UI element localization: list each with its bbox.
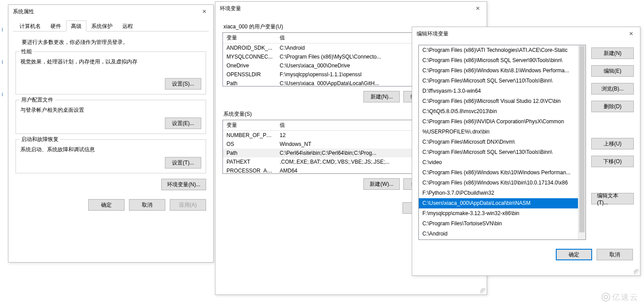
cancel-button[interactable]: 取消 xyxy=(129,199,165,211)
system-properties-title: 系统属性 xyxy=(13,8,34,16)
environment-variables-button[interactable]: 环境变量(N)... xyxy=(161,179,206,190)
path-entry[interactable]: C:\Qt\Qt5.8.0\5.8\msvc2013\bin xyxy=(419,106,585,117)
edit-entry-button[interactable]: 编辑(E) xyxy=(591,65,634,77)
system-properties-tabs: 计算机名 硬件 高级 系统保护 远程 xyxy=(13,20,209,31)
path-entry[interactable]: %USERPROFILE%\.dnx\bin xyxy=(419,127,585,137)
move-up-button[interactable]: 上移(U) xyxy=(591,138,634,149)
group-performance-legend: 性能 xyxy=(20,48,34,55)
group-startup-desc: 系统启动、系统故障和调试信息 xyxy=(20,146,201,153)
edit-side-buttons: 新建(N) 编辑(E) 浏览(B)... 删除(D) 上移(U) 下移(O) 编… xyxy=(591,45,634,240)
path-entry[interactable]: C:\Program Files\Microsoft DNX\Dnvm\ xyxy=(419,137,585,147)
edit-footer: 确定 取消 xyxy=(412,244,640,267)
system-properties-titlebar: 系统属性 ✕ xyxy=(8,5,213,18)
path-entry[interactable]: C:\Program Files (x86)\NVIDIA Corporatio… xyxy=(419,117,585,127)
new-user-var-button[interactable]: 新建(N)... xyxy=(363,91,400,102)
group-startup: 启动和故障恢复 系统启动、系统故障和调试信息 设置(T)... xyxy=(16,139,206,173)
path-entry[interactable]: C:\Program Files (x86)\ATI Technologies\… xyxy=(419,45,585,55)
close-icon[interactable]: ✕ xyxy=(472,4,484,13)
path-entry[interactable]: C:\Program Files (x86)\Windows Kits\8.1\… xyxy=(419,66,585,76)
tab-computer-name[interactable]: 计算机名 xyxy=(15,20,46,31)
path-entry[interactable]: C:\Users\xiaca_000\AppData\Local\bin\NAS… xyxy=(419,198,585,208)
browse-button[interactable]: 浏览(B)... xyxy=(591,83,634,94)
edit-titlebar: 编辑环境变量 ✕ xyxy=(412,27,640,40)
group-user-profiles: 用户配置文件 与登录帐户相关的桌面设置 设置(E)... xyxy=(16,100,206,134)
watermark: 亿速云 xyxy=(601,292,639,302)
group-profiles-legend: 用户配置文件 xyxy=(20,96,55,104)
path-entry[interactable]: C:\Program Files (x86)\Microsoft SQL Ser… xyxy=(419,55,585,66)
edit-environment-variable-dialog: 编辑环境变量 ✕ C:\Program Files (x86)\ATI Tech… xyxy=(412,27,640,276)
new-entry-button[interactable]: 新建(N) xyxy=(591,47,634,59)
path-entry[interactable]: C:\Program Files (x86)\Windows Kits\10\W… xyxy=(419,168,585,178)
left-cropped-glyphs: iii xyxy=(0,27,6,98)
path-entry[interactable]: C:\Windows\System32 xyxy=(419,239,585,239)
col-variable[interactable]: 变量 xyxy=(223,33,276,43)
resize-grip[interactable] xyxy=(634,269,639,275)
env-titlebar: 环境变量 ✕ xyxy=(215,2,487,15)
group-profiles-desc: 与登录帐户相关的桌面设置 xyxy=(20,106,201,114)
path-entry[interactable]: C:\Program Files\Microsoft SQL Server\11… xyxy=(419,76,585,86)
path-entry[interactable]: C:\Program Files\TortoiseSVN\bin xyxy=(419,219,585,229)
system-properties-footer: 确定 取消 应用(A) xyxy=(8,195,213,217)
system-properties-dialog: 系统属性 ✕ 计算机名 硬件 高级 系统保护 远程 要进行大多数更改，你必须作为… xyxy=(8,4,214,263)
path-entry[interactable]: D:\ff\vsyasm-1.3.0-win64 xyxy=(419,86,585,96)
path-entry[interactable]: F:\Python-3.7.0\PCbuild\win32 xyxy=(419,188,585,198)
admin-notice: 要进行大多数更改，你必须作为管理员登录。 xyxy=(22,39,206,46)
settings-performance-button[interactable]: 设置(S)... xyxy=(165,78,201,90)
settings-profiles-button[interactable]: 设置(E)... xyxy=(165,118,201,129)
close-icon[interactable]: ✕ xyxy=(198,7,211,16)
group-startup-legend: 启动和故障恢复 xyxy=(20,136,60,143)
scrollbar[interactable] xyxy=(578,45,585,239)
ok-button[interactable]: 确定 xyxy=(88,199,125,211)
path-entry[interactable]: C:\Program Files (x86)\Microsoft Visual … xyxy=(419,96,585,106)
tab-hardware[interactable]: 硬件 xyxy=(46,20,66,31)
cancel-button[interactable]: 取消 xyxy=(597,249,633,260)
group-performance-desc: 视觉效果，处理器计划，内存使用，以及虚拟内存 xyxy=(20,58,201,66)
new-sys-var-button[interactable]: 新建(W)... xyxy=(363,178,400,190)
move-down-button[interactable]: 下移(O) xyxy=(591,156,634,167)
delete-entry-button[interactable]: 删除(D) xyxy=(591,101,634,112)
path-entry[interactable]: F:\mysqlcpp\cmake-3.12.3-win32-x86\bin xyxy=(419,208,585,219)
group-performance: 性能 视觉效果，处理器计划，内存使用，以及虚拟内存 设置(S)... xyxy=(16,51,206,94)
col-variable[interactable]: 变量 xyxy=(223,120,276,130)
settings-startup-button[interactable]: 设置(T)... xyxy=(165,157,201,169)
path-entries-list[interactable]: C:\Program Files (x86)\ATI Technologies\… xyxy=(418,45,586,240)
edit-text-button[interactable]: 编辑文本(T)... xyxy=(591,193,634,204)
tab-system-protection[interactable]: 系统保护 xyxy=(86,20,117,31)
env-title: 环境变量 xyxy=(220,5,241,12)
resize-grip[interactable] xyxy=(480,288,486,294)
path-entry[interactable]: C:\Program Files\Microsoft SQL Server\13… xyxy=(419,147,585,157)
close-icon[interactable]: ✕ xyxy=(625,29,637,38)
path-entry[interactable]: C:\video xyxy=(419,157,585,168)
path-entry[interactable]: C:\Program Files (x86)\Windows Kits\10\b… xyxy=(419,178,585,188)
apply-button[interactable]: 应用(A) xyxy=(170,199,206,211)
edit-title: 编辑环境变量 xyxy=(417,30,449,38)
path-entry[interactable]: C:\Android xyxy=(419,229,585,239)
ok-button[interactable]: 确定 xyxy=(556,249,592,260)
tab-advanced[interactable]: 高级 xyxy=(66,20,86,31)
tab-remote[interactable]: 远程 xyxy=(117,20,138,31)
